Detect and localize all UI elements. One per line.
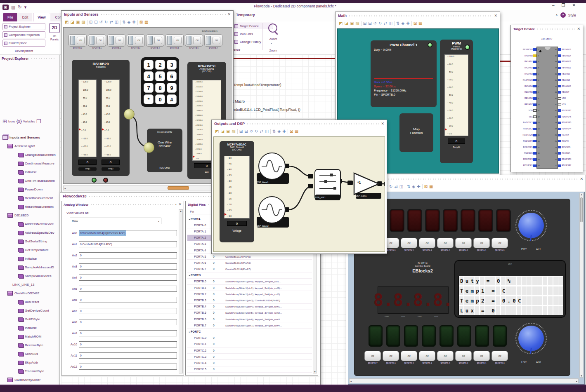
keypad-key[interactable]: 3: [167, 60, 177, 70]
toolbar-icon[interactable]: [405, 184, 405, 189]
temporary-tab-label[interactable]: Temporary: [236, 13, 255, 17]
toolbar-icon[interactable]: ◈: [128, 20, 131, 24]
digital-pin-row[interactable]: PORTC.1 0: [187, 341, 312, 347]
icons-label[interactable]: Icons: [8, 120, 15, 123]
analog-value-field[interactable]: 0 ComboBL0114(Pot ADC): [79, 241, 177, 247]
toolbar-icon[interactable]: ⊞: [239, 129, 243, 134]
toolbar-icon[interactable]: ✚: [406, 21, 409, 26]
toolbar-icon[interactable]: ◫: [115, 20, 118, 24]
switch-lever[interactable]: [167, 36, 172, 45]
tree-item[interactable]: LINK_LINE_13: [1, 280, 59, 289]
toolbar-icon[interactable]: ↻: [255, 129, 258, 134]
keypad-key[interactable]: 0: [155, 94, 165, 104]
toolbar-icon[interactable]: ◪: [344, 21, 348, 26]
toolbar-icon[interactable]: [237, 129, 238, 134]
variables-icon[interactable]: {x}: [17, 119, 22, 124]
keypad-key[interactable]: #: [167, 94, 177, 104]
port-button[interactable]: Off $PORTB.0: [491, 351, 508, 364]
digital-pin-row[interactable]: PORTB.3 0 SwitchArraySlider1(pin3), Comb…: [187, 297, 312, 303]
close-icon[interactable]: ✕: [494, 14, 497, 18]
toolbar-icon[interactable]: [361, 21, 362, 26]
analog-value-field[interactable]: 0: [79, 352, 177, 359]
digital-pin-row[interactable]: PORTC.4 0: [187, 360, 312, 366]
quick-access-icon[interactable]: ↻: [18, 5, 21, 9]
temp1-slider[interactable]: 125.0105.085.065.045.025.05.0-15.0-35.0-…: [78, 80, 97, 157]
tree-item[interactable]: GetSerialString: [1, 237, 59, 246]
scroll-thumb[interactable]: [168, 186, 189, 190]
analog-value-field[interactable]: 0: [79, 263, 177, 270]
analog-value-field[interactable]: 0: [79, 364, 177, 370]
map-function-block[interactable]: Map Function: [399, 113, 433, 152]
port-button[interactable]: Off $PORTA.0: [491, 238, 508, 251]
digital-pin-row[interactable]: PORTA.6 0 ComboBL0114(PinA6): [187, 260, 312, 266]
minimize-icon[interactable]: –: [552, 3, 555, 7]
digital-pin-row[interactable]: PORTB.2 0 SwitchArraySlider1(pin2), keyp…: [187, 291, 312, 297]
toolbar-icon[interactable]: ◪: [220, 129, 224, 134]
dac-voltage-slider[interactable]: 5.04.54.03.53.02.52.01.51.00.50.0: [224, 156, 250, 218]
toolbar-icon[interactable]: ▣: [350, 21, 354, 26]
view-values-dropdown[interactable]: Raw▾: [70, 218, 161, 224]
keypad-key[interactable]: 5: [155, 71, 165, 81]
toolbar-icon[interactable]: ◈: [402, 21, 405, 26]
port-button[interactable]: Off $PORTA.4: [419, 238, 435, 251]
digital-pin-row[interactable]: PORTC.3 0: [187, 354, 312, 360]
digital-pin-row[interactable]: PORTB.5 0 SwitchArraySlider1(pin5), keyp…: [187, 310, 312, 316]
port-button[interactable]: Off $PORTB.2: [455, 351, 472, 364]
view-toggle[interactable]: Target Device: [233, 23, 273, 29]
digital-pin-row[interactable]: PORTC.5 0: [187, 366, 312, 373]
toolbar-icon[interactable]: ◈: [412, 185, 416, 189]
toolbar-icon[interactable]: ↻: [378, 21, 382, 26]
close-icon[interactable]: ✕: [227, 12, 231, 16]
toolbar-icon[interactable]: ▨: [81, 20, 85, 24]
ldr-knob[interactable]: [518, 326, 544, 351]
port-button[interactable]: Off $PORTA.2: [455, 238, 472, 251]
digital-pin-row[interactable]: PORTB.0 0 SwitchArraySlider1(pin0), keyp…: [187, 279, 312, 285]
development-button[interactable]: Component Properties: [2, 31, 45, 38]
analog-value-field[interactable]: 0: [79, 275, 177, 281]
toolbar-icon[interactable]: [120, 20, 121, 25]
quick-access-icon[interactable]: ▾: [24, 5, 27, 9]
toolbar-icon[interactable]: ▨: [355, 21, 359, 26]
analog-value-field[interactable]: 828 ComboBL0114(LightSensor ADC): [79, 230, 177, 236]
toolbar-icon[interactable]: [394, 21, 395, 26]
toolbar-icon[interactable]: ⊞: [363, 21, 366, 26]
toolbar-icon[interactable]: ▣: [76, 20, 80, 24]
outputs-dsp-titlebar[interactable]: Outputs and DSP ✕: [212, 120, 387, 127]
tree-item[interactable]: TransmitByte: [1, 367, 59, 376]
dsp-wave2-block[interactable]: [258, 196, 286, 223]
digital-pin-row[interactable]: PORTC.0 0: [187, 335, 312, 341]
toolbar-icon[interactable]: [137, 20, 138, 25]
tree-item[interactable]: Initialise: [1, 324, 59, 332]
port-button[interactable]: Off $PORTA.3: [437, 238, 454, 251]
toolbar-icon[interactable]: ↺: [99, 20, 103, 24]
tree-item[interactable]: MatchROM: [1, 332, 59, 341]
port-button[interactable]: Off $PORTB.6: [383, 351, 399, 364]
tree-item[interactable]: GetTemperature: [1, 246, 59, 254]
toolbar-icon[interactable]: ⇅: [272, 129, 276, 134]
port-button[interactable]: Off $PORTB.4: [419, 351, 435, 364]
restore-icon[interactable]: ❐: [562, 3, 565, 7]
ribbon-tab[interactable]: Edit: [18, 13, 33, 21]
toolbar-icon[interactable]: ✚: [282, 129, 286, 134]
tree-item[interactable]: SwitchArraySlider: [1, 376, 59, 384]
toolbar-icon[interactable]: [288, 129, 288, 134]
temp2-slider[interactable]: 125.0105.085.065.045.025.05.0-15.0-35.0-…: [102, 80, 120, 157]
close-icon[interactable]: ✕: [580, 177, 583, 181]
toolbar-icon[interactable]: ◫: [389, 21, 392, 26]
zoom-dropdown-arrow[interactable]: ▾: [271, 42, 272, 45]
math-window-titlebar[interactable]: Math ✕: [336, 12, 500, 19]
tree-item[interactable]: SkipAddr: [1, 358, 59, 367]
switch-lever[interactable]: [109, 36, 114, 45]
toolbar-icon[interactable]: ↺: [373, 21, 377, 26]
digital-pin-row[interactable]: PORTB.7 0 SwitchArraySlider1(pin7), keyp…: [187, 322, 312, 329]
analog-vscrollbar[interactable]: ▲: [179, 209, 183, 373]
tree-item[interactable]: AddressNextDevice: [1, 220, 59, 228]
slider-switch[interactable]: Off $PORTB.6: [185, 34, 203, 49]
dsp-panel-canvas[interactable]: MCP47x6DAC DAC_Output1 (I2C CH1) 5.04.54…: [213, 136, 385, 252]
tree-item[interactable]: BusReset: [1, 298, 59, 306]
inputs-panel-canvas[interactable]: SwitchArraySlider1 Off $PORTB.0 Off $POR…: [63, 27, 232, 184]
tree-item[interactable]: SampleAddressedD: [1, 263, 59, 272]
toolbar-icon[interactable]: [422, 184, 423, 189]
toolbar-icon[interactable]: ⊞: [89, 20, 92, 24]
inputs-hscrollbar[interactable]: ◂ ▸: [63, 185, 232, 190]
